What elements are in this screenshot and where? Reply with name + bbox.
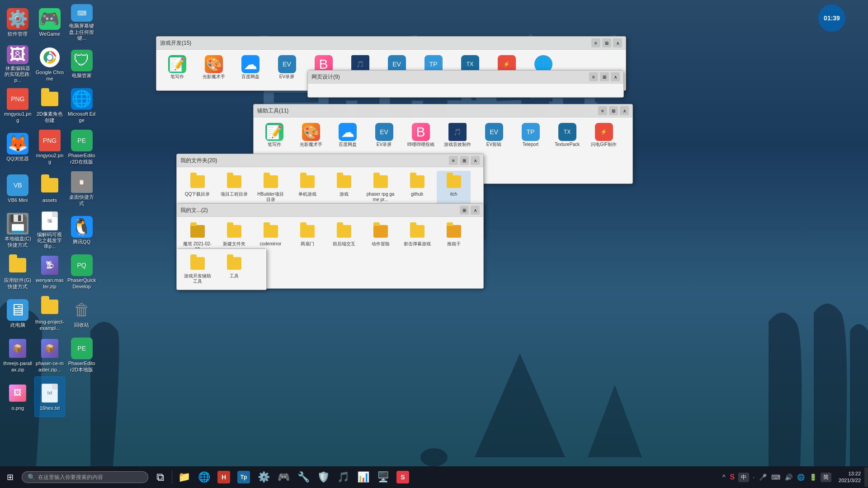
myfiles-list-btn[interactable]: ≡ <box>449 156 458 165</box>
webdesign-grid-btn[interactable]: ⊞ <box>600 72 609 81</box>
icon-encoder[interactable]: 编 编解码可视化之截发字串p... <box>34 210 66 251</box>
window-gamedev-header[interactable]: 游戏开发(15) ≡ ⊞ ∧ <box>156 37 626 50</box>
webdesign-collapse-btn[interactable]: ∧ <box>611 72 620 81</box>
taskbar-app-music[interactable]: 🎵 <box>333 467 353 487</box>
fm-icon-shooting[interactable]: 射击弹幕游戏 <box>400 221 434 254</box>
window-myfiles2-header[interactable]: 我的文...(2) ⊞ ∧ <box>177 204 483 217</box>
myfiles2-grid-btn[interactable]: ⊞ <box>460 206 469 215</box>
myfiles2-collapse-btn[interactable]: ∧ <box>471 206 480 215</box>
fm-icon-toolbox[interactable]: 工具 <box>217 253 251 286</box>
fm-icon-phaser-rpg[interactable]: phaser rpg game pr... <box>363 171 397 204</box>
fm-icon-ev-rec2[interactable]: EV EV录屏 <box>367 121 401 149</box>
icon-phaser-ce[interactable]: 📦 phaser-ce-master.zip... <box>34 335 66 375</box>
icon-16hex-txt[interactable]: txt 16hex.txt <box>34 376 66 417</box>
fm-icon-proj-mgmt[interactable]: 项目工程目录 <box>217 171 251 204</box>
tray-keyboard-icon[interactable]: ⌨ <box>770 473 781 482</box>
fm-icon-guangying2[interactable]: 🎨 光影魔术手 <box>294 121 328 149</box>
icon-2d-pixel[interactable]: 2D像素角色创建 <box>34 85 66 126</box>
window-tools-header[interactable]: 辅助工具(11) ≡ ⊞ ∧ <box>254 104 632 117</box>
fm-icon-ev-edit2[interactable]: EV EV剪辑 <box>477 121 511 149</box>
tray-mic-icon[interactable]: 🎤 <box>758 473 768 482</box>
fm-icon-game-audio2[interactable]: 🎵 游戏音效制作 <box>440 121 474 149</box>
icon-pc-manager[interactable]: 🛡 电脑管家 <box>66 44 97 84</box>
window-collapse-btn[interactable]: ∧ <box>613 38 622 47</box>
icon-ms-edge[interactable]: 🌐 Microsoft Edge <box>66 85 97 126</box>
ime-jian-badge[interactable]: 简 <box>821 473 831 482</box>
taskbar-app-display[interactable]: 🖥️ <box>373 467 393 487</box>
ime-cn-badge[interactable]: 中 <box>738 473 749 482</box>
icon-o-png[interactable]: 🖼 o.png <box>2 376 33 417</box>
taskbar-app-game1[interactable]: ⚙️ <box>254 467 274 487</box>
icon-mngyou2[interactable]: PNG mngyou2.png <box>34 127 66 168</box>
window-myfiles-header[interactable]: 我的文件夹(20) ≡ ⊞ ∧ <box>177 154 483 167</box>
search-input[interactable] <box>38 474 137 480</box>
fm-icon-action[interactable]: 动作冒险 <box>363 221 397 254</box>
webdesign-list-btn[interactable]: ≡ <box>589 72 598 81</box>
icon-phaser-online[interactable]: PE PhaserEdito r2D在线版 <box>66 127 97 168</box>
icon-screen-editor[interactable]: ⌨ 电脑屏幕键盘上任何按键... <box>66 2 97 43</box>
fm-icon-frontend[interactable]: 前后端交互 <box>327 221 361 254</box>
taskbar-app-tp[interactable]: Tp <box>234 467 254 487</box>
fm-icon-bixie2[interactable]: 📝 笔写作 <box>257 121 291 149</box>
tray-volume-icon[interactable]: 🔊 <box>784 473 793 482</box>
tools-grid-btn[interactable]: ⊞ <box>609 106 618 115</box>
taskbar-app-explorer[interactable]: 📁 <box>174 467 194 487</box>
taskbar-app-sogou[interactable]: S <box>393 467 413 487</box>
fm-icon-liangmomen[interactable]: 两扇门 <box>290 221 324 254</box>
icon-this-pc[interactable]: 🖥 此电脑 <box>2 293 33 334</box>
icon-vb6-mini[interactable]: VB VB6 Mini <box>2 169 33 209</box>
icon-recycle[interactable]: 🗑 回收站 <box>66 293 97 334</box>
icon-pixel-editor[interactable]: 🖼 休素编辑器的实现思路:p... <box>2 44 33 84</box>
tools-collapse-btn[interactable]: ∧ <box>620 106 629 115</box>
tray-expand-btn[interactable]: ^ <box>722 473 726 482</box>
icon-threejs[interactable]: 📦 threejs-parallax.zip <box>2 335 33 375</box>
taskbar-search-bar[interactable]: 🔍 <box>22 471 148 483</box>
tools-list-btn[interactable]: ≡ <box>598 106 607 115</box>
fm-icon-hbuilder[interactable]: HBuilder项目目录 <box>254 171 288 204</box>
fm-icon-bilibili2[interactable]: B 哔哩哔哩投稿 <box>404 121 438 149</box>
fm-icon-teleport2[interactable]: TP Teleport <box>514 121 547 149</box>
icon-phaser-quick[interactable]: PQ PhaserQuick Develop <box>66 252 97 292</box>
fm-icon-itch[interactable]: itch <box>437 171 471 204</box>
fm-icon-bixie[interactable]: 📝 笔写作 <box>160 53 194 87</box>
icon-tencent-qq[interactable]: 🐧 腾讯QQ <box>66 210 97 251</box>
taskbar-clock[interactable]: 13:22 2021/3/22 <box>835 470 864 484</box>
taskview-button[interactable]: ⧉ <box>150 467 170 487</box>
fm-icon-flash-gif2[interactable]: ⚡ 闪电GIF制作 <box>587 121 621 149</box>
icon-assets[interactable]: assets <box>34 169 66 209</box>
window-webdesign-header[interactable]: 网页设计(9) ≡ ⊞ ∧ <box>308 70 623 84</box>
icon-phaser-local[interactable]: PE PhaserEdito r2D本地版 <box>66 335 97 375</box>
fm-icon-baidu2[interactable]: ☁ 百度网盘 <box>330 121 364 149</box>
taskbar-app-tool1[interactable]: 🔧 <box>293 467 313 487</box>
taskbar-app-edge[interactable]: 🌐 <box>194 467 214 487</box>
show-desktop-btn[interactable] <box>864 467 868 487</box>
icon-app-software[interactable]: 应用软件(G) 快捷方式 <box>2 252 33 292</box>
icon-c-drive[interactable]: 💾 本地磁盘(C) 快捷方式 <box>2 210 33 251</box>
fm-icon-texturepack2[interactable]: TX TexturePack <box>550 121 584 149</box>
fm-icon-game-tools[interactable]: 游戏开发辅助工具 <box>180 253 214 286</box>
icon-google-chrome[interactable]: Google Chrome <box>34 44 66 84</box>
tray-dot-icon[interactable]: · <box>752 473 755 482</box>
taskbar-app-h[interactable]: H <box>214 467 234 487</box>
tray-network-icon[interactable]: 🌐 <box>796 473 806 482</box>
icon-thing-project[interactable]: thing-project-exampl... <box>34 293 66 334</box>
taskbar-app-monitor[interactable]: 📊 <box>353 467 373 487</box>
window-grid-btn[interactable]: ⊞ <box>602 38 611 47</box>
icon-mngyou1[interactable]: PNG mngyou1.png <box>2 85 33 126</box>
fm-icon-qq-download[interactable]: QQ下载目录 <box>180 171 214 204</box>
tray-battery-icon[interactable]: 🔋 <box>808 473 818 482</box>
fm-icon-singleplay[interactable]: 单机游戏 <box>290 171 324 204</box>
fm-icon-pushbox[interactable]: 推箱子 <box>437 221 471 254</box>
fm-icon-ev-rec[interactable]: EV EV录屏 <box>270 53 304 87</box>
icon-software-mgr[interactable]: ⚙️ 软件管理 <box>2 2 33 43</box>
tray-s-icon[interactable]: S <box>729 472 736 482</box>
myfiles-collapse-btn[interactable]: ∧ <box>471 156 480 165</box>
fm-icon-baidu[interactable]: ☁ 百度网盘 <box>233 53 267 87</box>
icon-wegame[interactable]: 🎮 WeGame <box>34 2 66 43</box>
icon-qq-browser[interactable]: 🦊 QQ浏览器 <box>2 127 33 168</box>
taskbar-app-game2[interactable]: 🎮 <box>274 467 293 487</box>
icon-registry[interactable]: 📋 桌面快捷方式 <box>66 169 97 209</box>
start-button[interactable]: ⊞ <box>0 467 20 487</box>
icon-wenyan[interactable]: 🗜 wenyan.master.zip <box>34 252 66 292</box>
taskbar-app-shield[interactable]: 🛡️ <box>313 467 333 487</box>
